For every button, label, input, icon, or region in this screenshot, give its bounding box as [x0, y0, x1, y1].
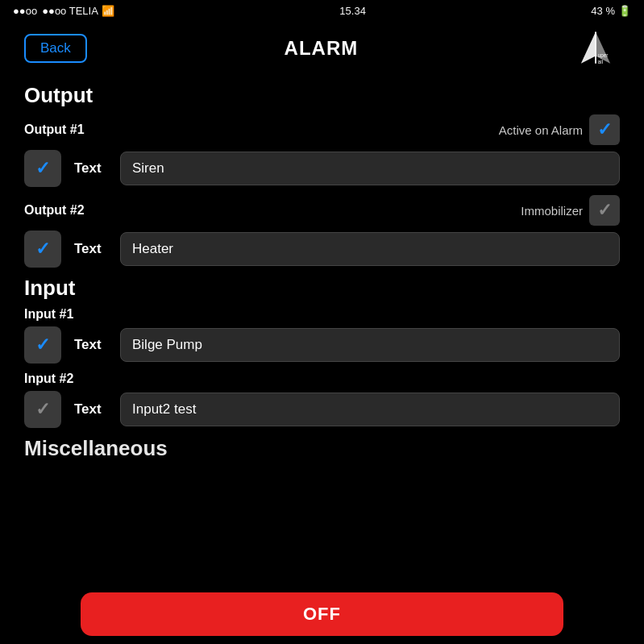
output2-text-check-icon: ✓	[35, 239, 50, 260]
output1-text-checkbox[interactable]: ✓	[24, 150, 61, 187]
output1-checkbox[interactable]: ✓	[589, 114, 620, 145]
output2-text-checkbox[interactable]: ✓	[24, 231, 61, 268]
input1-text-input[interactable]	[120, 328, 620, 362]
output2-checkbox[interactable]: ✓	[589, 195, 620, 226]
input2-text-row: ✓ Text	[24, 391, 620, 428]
status-right: 43 % 🔋	[591, 5, 631, 17]
input1-text-check-icon: ✓	[35, 334, 50, 355]
back-button[interactable]: Back	[24, 34, 87, 63]
header: Back ALARM uper ail	[0, 22, 644, 78]
output2-label: Output #2	[24, 203, 521, 218]
svg-text:ail: ail	[598, 59, 603, 64]
off-button[interactable]: OFF	[81, 592, 563, 636]
bottom-bar: OFF	[0, 584, 644, 644]
signal-icon: ●●oo	[13, 5, 37, 17]
input1-text-label: Text	[74, 337, 110, 353]
output2-text-row: ✓ Text	[24, 231, 620, 268]
output2-text-input[interactable]	[120, 232, 620, 266]
logo-icon: uper ail	[571, 28, 620, 69]
input2-row: Input #2	[24, 372, 620, 386]
output2-row: Output #2 Immobilizer ✓	[24, 195, 620, 226]
output1-text-label: Text	[74, 160, 110, 177]
input1-row: Input #1	[24, 307, 620, 322]
output1-tag: Active on Alarm	[499, 123, 583, 137]
status-left: ●●oo ●●oo TELIA 📶	[13, 5, 114, 17]
output1-label: Output #1	[24, 123, 499, 137]
battery-icon: 🔋	[618, 5, 631, 17]
output-section-title: Output	[24, 83, 620, 108]
output1-text-check-icon: ✓	[35, 158, 50, 179]
page-title: ALARM	[285, 37, 359, 60]
output1-checkmark: ✓	[597, 119, 612, 140]
output1-text-input[interactable]	[120, 152, 620, 185]
misc-section-title: Miscellaneous	[24, 436, 620, 461]
input2-text-input[interactable]	[120, 393, 620, 426]
output2-checkmark: ✓	[597, 200, 612, 221]
status-time: 15.34	[339, 5, 366, 17]
input1-label: Input #1	[24, 307, 620, 322]
input1-text-checkbox[interactable]: ✓	[24, 326, 61, 364]
input2-text-check-icon: ✓	[35, 399, 50, 420]
input2-text-checkbox[interactable]: ✓	[24, 391, 61, 428]
carrier-label: ●●oo TELIA	[42, 5, 98, 17]
input-section-title: Input	[24, 276, 620, 301]
status-bar: ●●oo ●●oo TELIA 📶 15.34 43 % 🔋	[0, 0, 644, 22]
output1-row: Output #1 Active on Alarm ✓	[24, 114, 620, 145]
input2-label: Input #2	[24, 372, 620, 386]
output2-tag: Immobilizer	[521, 204, 583, 218]
battery-label: 43 %	[591, 5, 615, 17]
input2-text-label: Text	[74, 401, 110, 418]
wifi-icon: 📶	[102, 5, 114, 17]
logo-area: uper ail	[555, 28, 620, 69]
main-content: Output Output #1 Active on Alarm ✓ ✓ Tex…	[0, 78, 644, 553]
input1-text-row: ✓ Text	[24, 326, 620, 364]
output2-text-label: Text	[74, 241, 110, 257]
output1-text-row: ✓ Text	[24, 150, 620, 187]
